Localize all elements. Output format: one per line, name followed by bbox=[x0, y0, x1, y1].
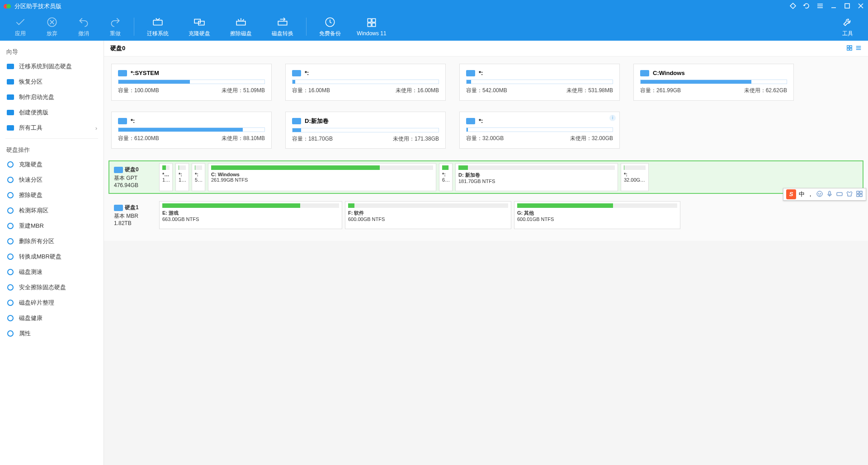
map-part-size: 10... bbox=[162, 177, 170, 183]
sidebar-item-label: 恢复分区 bbox=[19, 78, 42, 86]
partition-card[interactable]: *: 容量：612.00MB未使用：88.10MB bbox=[111, 112, 272, 149]
ime-lang[interactable]: 中 bbox=[799, 190, 805, 198]
partition-card[interactable]: *:SYSTEM 容量：100.00MB未使用：51.09MB bbox=[111, 64, 272, 101]
svg-rect-18 bbox=[7, 125, 14, 131]
windows11-button[interactable]: Windows 11 bbox=[351, 17, 392, 37]
disk-convert-button[interactable]: 磁盘转换 bbox=[262, 16, 303, 38]
disk-map-partition[interactable]: *: 61... bbox=[439, 163, 453, 191]
disk-map-partition[interactable]: *: 16... bbox=[175, 163, 189, 191]
info-icon[interactable]: i bbox=[609, 115, 616, 121]
free-backup-button[interactable]: 免费备份 bbox=[309, 16, 351, 38]
sidebar-item[interactable]: 创建便携版 bbox=[0, 105, 104, 120]
disk-map-partition[interactable]: E: 游戏 663.00GB NTFS bbox=[159, 201, 342, 229]
disk-label[interactable]: 硬盘1 基本 MBR 1.82TB bbox=[111, 201, 156, 229]
disk-op-icon bbox=[6, 222, 14, 230]
disk-map-partition[interactable]: G: 其他 600.01GB NTFS bbox=[514, 201, 680, 229]
sidebar-item[interactable]: 迁移系统到固态硬盘 bbox=[0, 59, 104, 74]
capacity-label: 容量：261.99GB bbox=[640, 87, 681, 94]
sidebar-item[interactable]: 快速分区 bbox=[0, 172, 104, 188]
sidebar-item[interactable]: 所有工具› bbox=[0, 120, 104, 136]
partition-card[interactable]: i *: 容量：32.00GB未使用：32.00GB bbox=[459, 112, 620, 149]
map-part-size: 261.99GB NTFS bbox=[211, 177, 433, 183]
migrate-system-button[interactable]: 迁移系统 bbox=[137, 16, 179, 38]
titlebar: 分区助手技术员版 bbox=[0, 0, 868, 13]
app-title: 分区助手技术员版 bbox=[14, 2, 789, 10]
partition-name: *:SYSTEM bbox=[131, 70, 159, 76]
wizard-item-icon bbox=[6, 62, 14, 70]
view-grid-icon[interactable] bbox=[846, 45, 853, 52]
sogou-logo-icon[interactable]: S bbox=[786, 189, 796, 199]
partition-card[interactable]: D:新加卷 容量：181.70GB未使用：171.38GB bbox=[285, 112, 446, 149]
disk-map-partition[interactable]: C: Windows 261.99GB NTFS bbox=[208, 163, 436, 191]
sidebar-item-label: 检测坏扇区 bbox=[19, 207, 48, 215]
discard-button[interactable]: 放弃 bbox=[36, 16, 68, 38]
partition-card[interactable]: *: 容量：16.00MB未使用：16.00MB bbox=[285, 64, 446, 101]
ime-bar[interactable]: S 中 ， bbox=[783, 188, 866, 201]
partition-card[interactable]: *: 容量：542.00MB未使用：531.98MB bbox=[459, 64, 620, 101]
sidebar-item[interactable]: 擦除硬盘 bbox=[0, 188, 104, 203]
refresh-icon[interactable] bbox=[803, 2, 810, 11]
sidebar-item[interactable]: 磁盘碎片整理 bbox=[0, 295, 104, 310]
diamond-icon[interactable] bbox=[789, 2, 797, 11]
ime-emoji-icon[interactable] bbox=[816, 190, 823, 199]
ime-mic-icon[interactable] bbox=[826, 190, 833, 199]
ime-punct[interactable]: ， bbox=[807, 190, 813, 198]
disk-row[interactable]: 硬盘0 基本 GPT 476.94GB *: ... 10... *: 16..… bbox=[108, 160, 863, 194]
map-part-size: 600.01GB NTFS bbox=[517, 216, 677, 222]
disk-map-partition[interactable]: *: 54... bbox=[192, 163, 205, 191]
sidebar-item[interactable]: 恢复分区 bbox=[0, 74, 104, 89]
sidebar-item[interactable]: 删除所有分区 bbox=[0, 234, 104, 249]
tools-button[interactable]: 工具 bbox=[832, 16, 863, 38]
capacity-label: 容量：16.00MB bbox=[292, 87, 330, 94]
ime-toolbox-icon[interactable] bbox=[856, 190, 863, 199]
menu-icon[interactable] bbox=[816, 2, 824, 11]
svg-point-36 bbox=[819, 193, 819, 193]
ime-keyboard-icon[interactable] bbox=[836, 190, 843, 199]
partition-card[interactable]: C:Windows 容量：261.99GB未使用：62.62GB bbox=[633, 64, 794, 101]
minimize-icon[interactable] bbox=[830, 2, 837, 11]
sidebar-item[interactable]: 磁盘健康 bbox=[0, 310, 104, 326]
sidebar-item[interactable]: 重建MBR bbox=[0, 218, 104, 234]
disk-header: 硬盘0 bbox=[104, 41, 868, 56]
svg-point-21 bbox=[8, 193, 13, 198]
unused-label: 未使用：51.09MB bbox=[222, 87, 265, 94]
sidebar-item[interactable]: 属性 bbox=[0, 326, 104, 341]
partition-icon bbox=[466, 118, 475, 124]
disk-size: 476.94GB bbox=[114, 182, 154, 188]
disk-map-partition[interactable]: *: 32.00GB ... bbox=[621, 163, 649, 191]
map-part-name: C: Windows bbox=[211, 172, 433, 177]
ime-skin-icon[interactable] bbox=[846, 190, 853, 199]
disk-label[interactable]: 硬盘0 基本 GPT 476.94GB bbox=[111, 163, 156, 191]
disk-type: 基本 GPT bbox=[114, 174, 154, 182]
disk-type: 基本 MBR bbox=[114, 212, 154, 220]
disk-map-partition[interactable]: F: 软件 600.00GB NTFS bbox=[345, 201, 511, 229]
sidebar-item[interactable]: 克隆硬盘 bbox=[0, 157, 104, 172]
svg-rect-17 bbox=[7, 110, 14, 115]
sidebar-item[interactable]: 安全擦除固态硬盘 bbox=[0, 280, 104, 295]
unused-label: 未使用：531.98MB bbox=[566, 87, 613, 94]
map-part-name: *: bbox=[195, 172, 202, 177]
map-part-name: *: bbox=[624, 172, 646, 177]
view-list-icon[interactable] bbox=[855, 45, 862, 52]
disk-name: 硬盘1 bbox=[125, 204, 139, 211]
sidebar-item[interactable]: 制作启动光盘 bbox=[0, 89, 104, 105]
disk-map-partition[interactable]: *: ... 10... bbox=[159, 163, 173, 191]
wipe-disk-button[interactable]: 擦除磁盘 bbox=[220, 16, 262, 38]
sidebar-item[interactable]: 磁盘测速 bbox=[0, 264, 104, 280]
sidebar-item[interactable]: 检测坏扇区 bbox=[0, 203, 104, 218]
sidebar-item[interactable]: 转换成MBR硬盘 bbox=[0, 249, 104, 264]
disk-op-icon bbox=[6, 191, 14, 199]
redo-button[interactable]: 重做 bbox=[99, 16, 131, 38]
disk-row[interactable]: 硬盘1 基本 MBR 1.82TB E: 游戏 663.00GB NTFS F:… bbox=[108, 198, 863, 232]
usage-bar bbox=[466, 80, 613, 84]
clone-disk-button[interactable]: 克隆硬盘 bbox=[179, 16, 220, 38]
partition-icon bbox=[118, 118, 127, 124]
partition-icon bbox=[292, 70, 301, 76]
capacity-label: 容量：542.00MB bbox=[466, 87, 507, 94]
maximize-icon[interactable] bbox=[844, 2, 851, 11]
apply-button[interactable]: 应用 bbox=[5, 16, 36, 38]
disk-map-partition[interactable]: D: 新加卷 181.70GB NTFS bbox=[455, 163, 618, 191]
close-icon[interactable] bbox=[857, 2, 864, 11]
sidebar-item-label: 擦除硬盘 bbox=[19, 191, 42, 199]
undo-button[interactable]: 撤消 bbox=[68, 16, 99, 38]
